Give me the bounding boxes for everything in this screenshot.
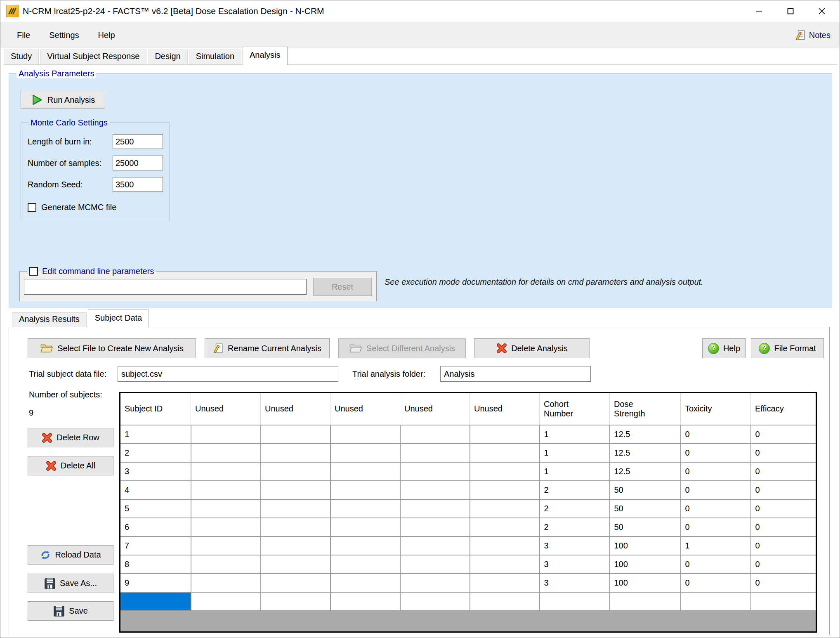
table-cell[interactable]: 5: [120, 499, 191, 518]
tab-design[interactable]: Design: [148, 50, 187, 64]
help-button[interactable]: ? Help: [702, 338, 746, 358]
table-cell[interactable]: 0: [681, 425, 751, 444]
table-cell[interactable]: [470, 518, 540, 536]
table-cell[interactable]: 12.5: [610, 425, 681, 444]
table-cell[interactable]: [470, 481, 540, 499]
delete-all-button[interactable]: Delete All: [28, 456, 113, 475]
table-cell[interactable]: [400, 499, 470, 518]
table-cell[interactable]: [470, 444, 540, 462]
table-cell[interactable]: [261, 536, 330, 555]
table-cell[interactable]: [261, 499, 330, 518]
table-cell[interactable]: [261, 574, 330, 592]
table-cell[interactable]: 3: [540, 574, 610, 592]
menu-help[interactable]: Help: [92, 28, 122, 43]
table-cell[interactable]: [330, 592, 400, 611]
table-cell[interactable]: [261, 444, 330, 462]
burn-in-input[interactable]: [113, 134, 163, 149]
table-cell[interactable]: 0: [751, 555, 816, 574]
table-cell[interactable]: 8: [120, 555, 191, 574]
select-different-analysis-button[interactable]: Select Different Analysis: [338, 338, 466, 358]
table-cell[interactable]: 2: [540, 481, 610, 499]
table-cell[interactable]: 1: [681, 536, 751, 555]
table-cell[interactable]: 0: [751, 444, 816, 462]
column-header-unused-1[interactable]: Unused: [191, 393, 261, 425]
table-cell[interactable]: 12.5: [610, 444, 681, 462]
table-cell[interactable]: 1: [540, 425, 610, 444]
table-cell[interactable]: [470, 592, 540, 611]
table-cell[interactable]: [400, 425, 470, 444]
table-cell[interactable]: 4: [120, 481, 191, 499]
table-cell[interactable]: [400, 481, 470, 499]
table-cell[interactable]: 50: [610, 499, 681, 518]
reload-data-button[interactable]: Reload Data: [28, 545, 113, 565]
delete-analysis-button[interactable]: Delete Analysis: [474, 338, 590, 358]
table-cell[interactable]: [400, 518, 470, 536]
table-cell[interactable]: [470, 555, 540, 574]
table-cell[interactable]: 1: [120, 425, 191, 444]
table-cell[interactable]: [470, 425, 540, 444]
subject-data-file-input[interactable]: [118, 366, 338, 382]
table-cell[interactable]: 0: [751, 425, 816, 444]
table-cell[interactable]: [261, 481, 330, 499]
samples-input[interactable]: [113, 156, 163, 170]
table-cell[interactable]: 0: [751, 481, 816, 499]
column-header-unused-5[interactable]: Unused: [470, 393, 540, 425]
table-cell[interactable]: [330, 536, 400, 555]
minimize-button[interactable]: [747, 2, 771, 20]
delete-row-button[interactable]: Delete Row: [28, 428, 113, 447]
tab-analysis[interactable]: Analysis: [243, 47, 287, 65]
analysis-folder-input[interactable]: [440, 366, 591, 382]
table-cell[interactable]: [191, 425, 261, 444]
table-cell[interactable]: 0: [751, 574, 816, 592]
table-cell[interactable]: [191, 481, 261, 499]
tab-study[interactable]: Study: [4, 50, 39, 64]
cmd-params-checkbox[interactable]: [29, 267, 38, 276]
table-cell[interactable]: [330, 481, 400, 499]
table-cell[interactable]: [400, 462, 470, 481]
table-cell[interactable]: 50: [610, 481, 681, 499]
column-header-unused-2[interactable]: Unused: [261, 393, 330, 425]
table-cell[interactable]: 100: [610, 536, 681, 555]
table-cell[interactable]: [400, 555, 470, 574]
table-cell[interactable]: [191, 518, 261, 536]
table-cell[interactable]: 6: [120, 518, 191, 536]
table-cell[interactable]: 0: [681, 499, 751, 518]
table-cell[interactable]: [261, 462, 330, 481]
table-cell-selected[interactable]: [120, 592, 191, 611]
table-cell[interactable]: [610, 592, 681, 611]
tab-analysis-results[interactable]: Analysis Results: [12, 312, 87, 327]
table-cell[interactable]: [261, 592, 330, 611]
table-cell[interactable]: [470, 574, 540, 592]
tab-subject-data[interactable]: Subject Data: [88, 310, 149, 328]
table-cell[interactable]: 0: [681, 462, 751, 481]
table-cell[interactable]: [191, 536, 261, 555]
maximize-button[interactable]: [779, 2, 802, 20]
table-cell[interactable]: 9: [120, 574, 191, 592]
table-cell[interactable]: 3: [540, 536, 610, 555]
table-cell[interactable]: 0: [751, 518, 816, 536]
table-cell[interactable]: [330, 518, 400, 536]
table-cell[interactable]: [400, 444, 470, 462]
table-cell[interactable]: [400, 592, 470, 611]
table-cell[interactable]: [400, 574, 470, 592]
table-cell[interactable]: [470, 499, 540, 518]
table-cell[interactable]: [400, 536, 470, 555]
table-cell[interactable]: 0: [751, 536, 816, 555]
table-cell[interactable]: 0: [681, 574, 751, 592]
tab-simulation[interactable]: Simulation: [189, 50, 241, 64]
table-cell[interactable]: [330, 499, 400, 518]
tab-virtual-subject-response[interactable]: Virtual Subject Response: [40, 50, 146, 64]
table-cell[interactable]: [330, 425, 400, 444]
table-cell[interactable]: 3: [540, 555, 610, 574]
column-header-subject-id[interactable]: Subject ID: [120, 393, 191, 425]
table-cell[interactable]: [470, 462, 540, 481]
table-cell[interactable]: 0: [681, 518, 751, 536]
table-cell[interactable]: 0: [681, 444, 751, 462]
table-cell[interactable]: [261, 425, 330, 444]
table-cell[interactable]: [751, 592, 816, 611]
cmd-params-input[interactable]: [24, 279, 307, 295]
table-cell[interactable]: [330, 462, 400, 481]
rename-current-analysis-button[interactable]: Rename Current Analysis: [205, 338, 330, 358]
menu-file[interactable]: File: [10, 28, 37, 43]
notes-button[interactable]: Notes: [795, 29, 831, 41]
